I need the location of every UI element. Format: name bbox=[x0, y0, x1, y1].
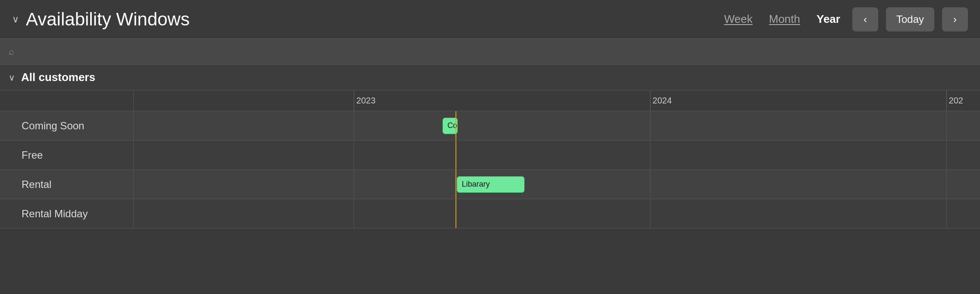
track-year-line bbox=[650, 141, 650, 169]
view-year-button[interactable]: Year bbox=[812, 10, 845, 28]
header-right: Week Month Year ‹ Today › bbox=[720, 7, 968, 31]
collapse-icon[interactable]: ∨ bbox=[12, 14, 19, 25]
track-year-line bbox=[946, 111, 947, 140]
search-bar: ⌕ bbox=[0, 39, 980, 65]
today-line bbox=[455, 199, 456, 228]
year-marker-2024: 2024 bbox=[650, 91, 672, 111]
year-label-2024: 2024 bbox=[650, 91, 672, 106]
table-row: Rental Midday bbox=[0, 199, 980, 228]
group-collapse-icon[interactable]: ∨ bbox=[9, 72, 15, 83]
search-icon: ⌕ bbox=[9, 46, 14, 57]
year-label-202: 202 bbox=[946, 91, 963, 106]
header-left: ∨ Availability Windows bbox=[12, 9, 190, 30]
row-label-rental-midday: Rental Midday bbox=[0, 199, 134, 228]
page-title: Availability Windows bbox=[26, 9, 190, 30]
year-marker-2023: 2023 bbox=[354, 91, 376, 111]
year-label-2023: 2023 bbox=[354, 91, 376, 106]
today-button[interactable]: Today bbox=[886, 7, 934, 31]
track-year-line bbox=[650, 170, 650, 199]
track-year-line bbox=[354, 199, 354, 228]
header: ∨ Availability Windows Week Month Year ‹… bbox=[0, 0, 980, 39]
group-header: ∨ All customers bbox=[0, 65, 980, 91]
track-year-line bbox=[946, 170, 947, 199]
track-year-line bbox=[946, 199, 947, 228]
row-track: Co bbox=[134, 111, 980, 140]
today-line bbox=[455, 141, 456, 169]
table-row: Coming SoonCo bbox=[0, 111, 980, 141]
track-year-line bbox=[946, 141, 947, 169]
timeline-years: 20232024202 bbox=[134, 91, 980, 111]
row-label-rental: Rental bbox=[0, 170, 134, 199]
timeline-header: 20232024202 bbox=[0, 91, 980, 111]
row-label-coming-soon: Coming Soon bbox=[0, 111, 134, 140]
prev-button[interactable]: ‹ bbox=[852, 7, 878, 31]
view-week-button[interactable]: Week bbox=[720, 10, 757, 28]
label-spacer bbox=[0, 91, 134, 111]
track-year-line bbox=[650, 111, 650, 140]
next-button[interactable]: › bbox=[942, 7, 968, 31]
table-row: Free bbox=[0, 141, 980, 170]
track-year-line bbox=[354, 111, 354, 140]
timeline: 20232024202 Coming SoonCoFreeRentalLibar… bbox=[0, 91, 980, 294]
row-track: Libarary bbox=[134, 170, 980, 199]
group-label: All customers bbox=[21, 71, 95, 84]
year-marker-202: 202 bbox=[946, 91, 963, 111]
view-month-button[interactable]: Month bbox=[765, 10, 804, 28]
search-input[interactable] bbox=[20, 46, 971, 57]
track-year-line bbox=[354, 141, 354, 169]
today-line bbox=[455, 170, 456, 199]
today-line bbox=[455, 111, 456, 140]
track-year-line bbox=[650, 199, 650, 228]
row-track bbox=[134, 141, 980, 169]
gantt-bar[interactable]: Libarary bbox=[457, 176, 525, 193]
timeline-rows: Coming SoonCoFreeRentalLibararyRental Mi… bbox=[0, 111, 980, 294]
table-row: RentalLibarary bbox=[0, 170, 980, 199]
track-year-line bbox=[354, 170, 354, 199]
row-label-free: Free bbox=[0, 141, 134, 169]
row-track bbox=[134, 199, 980, 228]
